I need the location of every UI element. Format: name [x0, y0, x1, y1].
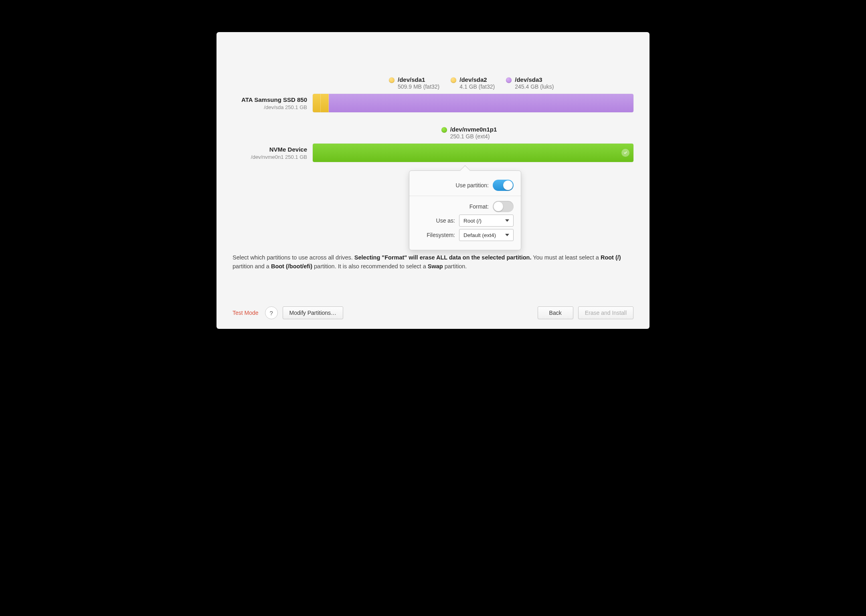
legend-text: /dev/sda2 4.1 GB (fat32): [459, 76, 495, 90]
format-toggle[interactable]: [493, 201, 514, 212]
partition-name: /dev/nvme0n1p1: [450, 126, 497, 133]
test-mode-label: Test Mode: [233, 310, 259, 316]
filesystem-row: Filesystem: Default (ext4): [417, 229, 514, 241]
partition-sub: 245.4 GB (luks): [515, 83, 554, 90]
partition-seg-sda2[interactable]: [321, 94, 329, 112]
divider: [409, 196, 521, 196]
partition-seg-sda3[interactable]: [329, 94, 633, 112]
erase-and-install-button[interactable]: Erase and Install: [578, 306, 633, 319]
disk-label: ATA Samsung SSD 850 /dev/sda 250.1 GB: [233, 96, 313, 110]
legend-text: /dev/nvme0n1p1 250.1 GB (ext4): [450, 126, 497, 140]
disk-name: NVMe Device: [233, 146, 307, 153]
legend-dot-icon: [451, 77, 456, 83]
help-fragment-bold: Boot (/boot/efi): [271, 263, 312, 270]
partition-name: /dev/sda2: [459, 76, 495, 83]
help-fragment-bold: Selecting "Format" will erase ALL data o…: [354, 254, 532, 261]
use-as-row: Use as: Root (/): [417, 215, 514, 227]
partition-name: /dev/sda1: [398, 76, 439, 83]
partition-seg-sda1[interactable]: [313, 94, 321, 112]
modify-partitions-button[interactable]: Modify Partitions…: [283, 306, 343, 319]
help-button[interactable]: ?: [265, 306, 278, 319]
disk-b-legend: /dev/nvme0n1p1 250.1 GB (ext4): [305, 126, 633, 140]
legend-item: /dev/sda1 509.9 MB (fat32): [389, 76, 439, 90]
help-fragment-bold: Root (/): [601, 254, 621, 261]
legend-dot-icon: [389, 77, 395, 83]
use-partition-row: Use partition:: [417, 180, 514, 191]
use-as-select[interactable]: Root (/): [459, 215, 514, 227]
footer: Test Mode ? Modify Partitions… Back Eras…: [233, 296, 633, 319]
chevron-down-icon: [505, 234, 509, 236]
disk-row-sda: ATA Samsung SSD 850 /dev/sda 250.1 GB: [233, 94, 633, 112]
use-partition-toggle[interactable]: [493, 180, 514, 191]
help-fragment: Select which partitions to use across al…: [233, 254, 354, 261]
legend-text: /dev/sda1 509.9 MB (fat32): [398, 76, 439, 90]
chevron-down-icon: [505, 219, 509, 222]
filesystem-label: Filesystem:: [427, 232, 455, 238]
content-area: /dev/sda1 509.9 MB (fat32) /dev/sda2 4.1…: [233, 32, 633, 296]
legend-text: /dev/sda3 245.4 GB (luks): [515, 76, 554, 90]
format-row: Format:: [417, 201, 514, 212]
disk-name: ATA Samsung SSD 850: [233, 96, 307, 103]
disk-sub: /dev/nvme0n1 250.1 GB: [233, 154, 307, 160]
help-text: Select which partitions to use across al…: [233, 253, 633, 271]
help-fragment: partition. It is also recommended to sel…: [312, 263, 428, 270]
legend-dot-icon: [441, 127, 447, 133]
legend-item: /dev/nvme0n1p1 250.1 GB (ext4): [441, 126, 497, 140]
use-partition-label: Use partition:: [456, 182, 489, 188]
format-label: Format:: [469, 203, 489, 210]
use-as-label: Use as:: [436, 217, 455, 224]
partition-popover: Use partition: Format: Use as: Root (/) …: [409, 170, 521, 250]
disk-row-nvme: NVMe Device /dev/nvme0n1 250.1 GB: [233, 144, 633, 162]
disk-sub: /dev/sda 250.1 GB: [233, 104, 307, 110]
partition-name: /dev/sda3: [515, 76, 554, 83]
use-as-value: Root (/): [463, 218, 482, 224]
disk-bar-sda[interactable]: [313, 94, 633, 112]
legend-dot-icon: [506, 77, 512, 83]
installer-window: /dev/sda1 509.9 MB (fat32) /dev/sda2 4.1…: [216, 32, 650, 329]
back-button[interactable]: Back: [538, 306, 573, 319]
legend-item: /dev/sda2 4.1 GB (fat32): [451, 76, 495, 90]
help-fragment-bold: Swap: [428, 263, 443, 270]
help-fragment: partition.: [443, 263, 467, 270]
question-icon: ?: [269, 310, 273, 316]
disk-a-legend: /dev/sda1 509.9 MB (fat32) /dev/sda2 4.1…: [389, 76, 633, 90]
disk-label: NVMe Device /dev/nvme0n1 250.1 GB: [233, 146, 313, 160]
help-fragment: partition and a: [233, 263, 271, 270]
partition-sub: 509.9 MB (fat32): [398, 83, 439, 90]
partition-seg-nvme0n1p1[interactable]: [313, 144, 633, 162]
partition-sub: 250.1 GB (ext4): [450, 133, 497, 140]
partition-sub: 4.1 GB (fat32): [459, 83, 495, 90]
filesystem-value: Default (ext4): [463, 232, 496, 238]
help-fragment: You must at least select a: [531, 254, 601, 261]
filesystem-select[interactable]: Default (ext4): [459, 229, 514, 241]
check-icon: [621, 149, 629, 157]
disk-bar-nvme[interactable]: [313, 144, 633, 162]
legend-item: /dev/sda3 245.4 GB (luks): [506, 76, 554, 90]
